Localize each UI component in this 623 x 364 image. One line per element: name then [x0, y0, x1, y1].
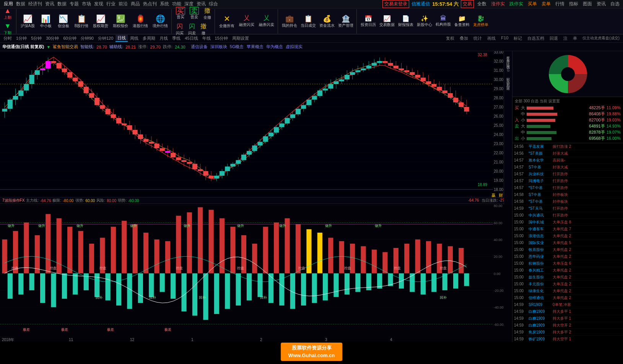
nav-frontier[interactable]: 前沿 — [117, 1, 129, 7]
indicator-name: 鲨鱼智能交易 — [53, 44, 78, 50]
nav-data[interactable]: 数据 — [15, 1, 27, 7]
up-btn[interactable]: ▲ 上翻 — [2, 6, 14, 21]
hk-market-btn[interactable]: 🏮 港股行情 — [131, 13, 150, 29]
tag-huawei[interactable]: 华为概念 — [266, 44, 283, 49]
tab-daily[interactable]: 日线 — [115, 35, 128, 42]
watchlist-btn[interactable]: 自选 — [609, 1, 621, 7]
nav-data2[interactable]: 数据 — [56, 1, 68, 7]
tag-telecom[interactable]: 通信设备 — [191, 44, 208, 49]
nav-commodity[interactable]: 商品 — [129, 1, 142, 7]
tab-ftime[interactable]: 分时 — [2, 35, 14, 42]
buy-order[interactable]: 买单 — [527, 1, 538, 7]
sh-a-shares-btn[interactable]: 📈 沪深A股 — [19, 13, 37, 29]
invest-calendar-btn[interactable]: 📅 投资日历 — [359, 14, 377, 28]
nav-news[interactable]: 资讯 — [44, 1, 56, 7]
tab-period-settings[interactable]: 周期设置 — [230, 35, 251, 42]
overlay-btn[interactable]: 叠加 — [458, 35, 470, 42]
tab-90min[interactable]: 分钟90 — [79, 35, 96, 42]
nav-economy[interactable]: 经济刊 — [27, 1, 44, 7]
tab-45day[interactable]: 45日线 — [183, 35, 200, 42]
tag-apple[interactable]: 苹果概念 — [247, 44, 264, 49]
normal-sell-btn[interactable]: 卖 普卖 — [188, 6, 201, 21]
login-status[interactable]: 交易未登录 — [382, 0, 409, 8]
chart-btn[interactable]: 图面 — [582, 1, 593, 7]
flash-sell-btn[interactable]: 闪 闪卖 — [186, 22, 198, 37]
dragon-view-btn[interactable]: 仅主动龙虎看盘(成交) — [581, 35, 621, 42]
fuquan-btn[interactable]: 复权 — [444, 35, 456, 42]
archive-btn[interactable]: 📁 备查资料 — [453, 14, 471, 28]
back-util-btn[interactable]: 回退 — [506, 83, 511, 85]
cashflow-btn[interactable]: 💰 资金流水 — [318, 14, 336, 29]
rise-btn[interactable]: 涨停实 — [490, 1, 506, 7]
risk-val: 80.00 — [107, 199, 116, 203]
institutional-btn[interactable]: 🏛 机构持股 — [434, 14, 452, 28]
cancel-all2-btn[interactable]: ✕ 全撤所有 — [217, 13, 236, 29]
nav-industry[interactable]: 行业 — [105, 1, 117, 7]
draw-btn[interactable]: 画线 — [485, 35, 498, 42]
ob-title: 全部 300 自选 当前 设置置 — [515, 99, 560, 104]
tab-quarterly[interactable]: 季线 — [170, 35, 182, 42]
cancel-all-btn[interactable]: 撤 全撤 — [202, 6, 213, 21]
todays-trades-btn[interactable]: 📋 当日成交 — [299, 14, 317, 29]
single-btn[interactable]: 单 — [571, 35, 579, 42]
tab-120min[interactable]: 分钟120 — [96, 35, 115, 42]
tab-1min[interactable]: 1分钟 — [14, 35, 29, 42]
financial-report-btn[interactable]: 📄 财报报表 — [397, 14, 415, 28]
down-btn[interactable]: ▼ 下翻 — [2, 21, 14, 36]
tab-monthly[interactable]: 月线 — [158, 35, 170, 42]
overseas-btn[interactable]: 🌐 境外行情 — [151, 13, 170, 29]
dragonbee-btn[interactable]: 🐉 龙虎榜单 — [472, 14, 490, 28]
gem-btn[interactable]: 📉 创业板 — [55, 13, 72, 29]
normal-buy-btn[interactable]: 买 普买 — [174, 6, 187, 21]
tab-15min[interactable]: 15分钟 — [213, 35, 230, 42]
equity-futures-btn[interactable]: 📈 股权期货 — [91, 13, 110, 29]
tab-multiperiod[interactable]: 多周期 — [141, 35, 157, 42]
tag-vr[interactable]: 虚拟现实 — [286, 44, 303, 49]
trade-data-btn[interactable]: 📈 交易数据 — [378, 14, 396, 28]
tab-yearly[interactable]: 年线 — [200, 35, 213, 42]
holdings-btn[interactable]: 💼 我的持仓 — [280, 14, 299, 29]
info-btn[interactable]: 资讯 — [595, 1, 607, 7]
tab-5min[interactable]: 5分钟 — [29, 35, 44, 42]
fall-btn[interactable]: 跌停实 — [508, 1, 524, 7]
sell-order[interactable]: 卖单 — [540, 1, 552, 7]
trade-btn[interactable]: 交易 — [461, 0, 474, 8]
nav-special[interactable]: 专题 — [68, 1, 80, 7]
asset-mgmt-btn[interactable]: 🏦 资产管理 — [337, 14, 355, 29]
indicator-btn[interactable]: 指标 — [568, 1, 579, 7]
new-stock-btn[interactable]: ✨ 新股中心 — [415, 14, 434, 28]
market-btn[interactable]: 行情 — [554, 1, 566, 7]
allnum-btn[interactable]: 全数 — [476, 1, 488, 7]
options-btn[interactable]: 💹 期权报价 — [111, 13, 130, 29]
mid-board-btn[interactable]: 📊 中小板 — [37, 13, 54, 29]
back-btn[interactable]: 回退 — [548, 35, 560, 42]
mainline-val: -64.76 — [40, 199, 51, 203]
tab-weekly[interactable]: 周线 — [128, 35, 140, 42]
tag-5g[interactable]: 5G概念 — [230, 44, 244, 49]
overlay-util-btn[interactable]: 叠加 — [506, 56, 511, 57]
draw-util-btn[interactable]: 画线 — [506, 62, 511, 63]
nav-system[interactable]: 系统 — [158, 1, 171, 7]
nav-hotspot[interactable]: 热点刊 — [142, 1, 158, 7]
note-btn[interactable]: 注 — [561, 35, 569, 42]
tab-60min[interactable]: 60分钟 — [62, 35, 78, 42]
cancel-btn[interactable]: 撤 撤 — [198, 22, 208, 37]
stats-util-btn[interactable]: 统计 — [506, 59, 511, 60]
tab-30min[interactable]: 30分钟 — [44, 35, 61, 42]
five-tier-util-btn[interactable]: 五档 — [506, 80, 511, 82]
nav-discover[interactable]: 发现 — [93, 1, 105, 7]
margin-buy-btn[interactable]: 乂 融资闪买 — [237, 13, 256, 29]
fuquan-util-btn[interactable]: 复权 — [506, 53, 511, 54]
short-sell-btn[interactable]: 乂 融券闪卖 — [257, 13, 276, 29]
mark-btn[interactable]: 标记 — [512, 35, 524, 42]
f10-btn[interactable]: F10 — [499, 35, 510, 42]
tag-shenzhen[interactable]: 深圳板块 — [210, 44, 227, 49]
flash-buy-btn[interactable]: 闪 闪买 — [174, 22, 185, 37]
mark-util-btn[interactable]: 标记 — [506, 74, 511, 76]
bshares-btn[interactable]: 📋 B股行情 — [73, 13, 91, 29]
stats-btn[interactable]: 统计 — [472, 35, 484, 42]
f10-util-btn[interactable]: F10 — [506, 65, 510, 73]
nav-market[interactable]: 市场 — [80, 1, 93, 7]
watchlist5-btn[interactable]: 自选五档 — [525, 35, 546, 42]
watchlist-util-btn[interactable]: 自选 — [506, 77, 511, 79]
